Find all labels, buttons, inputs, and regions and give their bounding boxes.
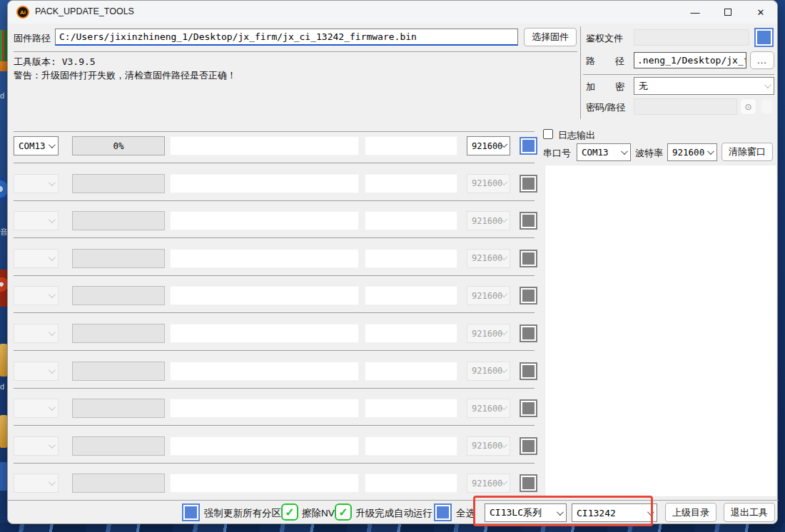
- status-field[interactable]: [170, 399, 359, 418]
- baud-value: 921600: [472, 404, 502, 414]
- info-field[interactable]: [365, 474, 457, 493]
- exit-tool-button[interactable]: 退出工具: [724, 503, 775, 522]
- baud-select[interactable]: 921600: [467, 174, 510, 193]
- baud-select[interactable]: 921600: [467, 211, 510, 230]
- path-label: 路 径: [586, 55, 624, 68]
- status-field[interactable]: [170, 174, 359, 193]
- force-update-checkbox[interactable]: [182, 503, 200, 521]
- status-field[interactable]: [170, 362, 359, 381]
- com-row: 921600: [8, 362, 550, 399]
- select-all-checkbox[interactable]: [434, 503, 452, 521]
- progress-bar: [72, 249, 165, 268]
- log-output-checkbox[interactable]: [543, 129, 553, 139]
- com-port-select[interactable]: [14, 436, 59, 456]
- status-field[interactable]: [170, 436, 359, 456]
- info-field[interactable]: [365, 399, 457, 418]
- checkbox-fill: [522, 402, 535, 414]
- checkbox-fill: [522, 178, 535, 190]
- com-port-select[interactable]: [14, 324, 59, 343]
- baud-select[interactable]: 921600: [467, 136, 510, 155]
- com-port-select[interactable]: [14, 249, 59, 268]
- password-mini-box[interactable]: [761, 99, 773, 114]
- com-port-select[interactable]: [14, 286, 59, 305]
- info-field[interactable]: [365, 324, 457, 343]
- baud-rate-select[interactable]: 921600: [667, 143, 717, 161]
- chevron-down-icon: [49, 367, 56, 374]
- baud-select[interactable]: 921600: [467, 399, 510, 418]
- row-enable-checkbox[interactable]: [520, 137, 537, 155]
- com-port-select[interactable]: [14, 474, 59, 493]
- progress-bar: [72, 174, 165, 193]
- chevron-down-icon: [502, 180, 508, 185]
- row-enable-checkbox[interactable]: [520, 362, 537, 380]
- clear-window-button[interactable]: 清除窗口: [721, 143, 773, 161]
- baud-select[interactable]: 921600: [467, 249, 510, 268]
- row-enable-checkbox[interactable]: [520, 324, 537, 342]
- auth-path-input[interactable]: .neng_1/Desktop/jx_firm: [634, 52, 746, 68]
- chevron-down-icon: [49, 329, 56, 336]
- serial-port-value: COM13: [582, 147, 609, 158]
- checkbox-fill: [185, 506, 197, 518]
- encrypt-select[interactable]: 无: [634, 77, 774, 95]
- status-field[interactable]: [170, 211, 359, 230]
- target-button[interactable]: ⊙: [740, 98, 756, 115]
- log-output-area[interactable]: [545, 165, 777, 497]
- info-field[interactable]: [365, 436, 457, 456]
- baud-select[interactable]: 921600: [467, 286, 510, 305]
- com-port-select[interactable]: [14, 174, 59, 193]
- maximize-button[interactable]: [711, 1, 744, 24]
- row-enable-checkbox[interactable]: [520, 399, 537, 417]
- info-field[interactable]: [365, 174, 457, 193]
- row-enable-checkbox[interactable]: [520, 250, 537, 267]
- minimize-button[interactable]: —: [679, 1, 711, 24]
- model-select[interactable]: CI13242: [572, 503, 657, 522]
- close-button[interactable]: ✕: [744, 1, 777, 24]
- com-port-select[interactable]: COM13: [14, 136, 59, 155]
- erase-nv-checkbox[interactable]: ✓: [281, 503, 298, 521]
- com-port-select[interactable]: [14, 362, 59, 381]
- info-field[interactable]: [365, 249, 457, 268]
- select-firmware-button[interactable]: 选择固件: [524, 28, 577, 46]
- chevron-down-icon: [707, 148, 714, 155]
- series-select[interactable]: CI13LC系列: [485, 503, 567, 522]
- checkbox-fill: [522, 440, 535, 452]
- info-field[interactable]: [365, 136, 457, 155]
- baud-select[interactable]: 921600: [467, 324, 510, 343]
- com-port-select[interactable]: [14, 211, 59, 230]
- row-enable-checkbox[interactable]: [520, 287, 537, 305]
- serial-port-select[interactable]: COM13: [577, 143, 631, 161]
- divider: [14, 388, 535, 389]
- auto-run-checkbox[interactable]: ✓: [335, 503, 352, 521]
- auth-file-checkbox[interactable]: [754, 28, 774, 47]
- row-enable-checkbox[interactable]: [520, 175, 537, 193]
- chevron-down-icon: [49, 216, 56, 223]
- status-field[interactable]: [170, 474, 359, 493]
- title-bar[interactable]: Ai PACK_UPDATE_TOOLS — ✕: [8, 1, 777, 24]
- baud-select[interactable]: 921600: [467, 362, 510, 381]
- baud-value: 921600: [472, 253, 502, 263]
- com-port-select[interactable]: [14, 399, 59, 418]
- row-enable-checkbox[interactable]: [520, 474, 537, 492]
- info-field[interactable]: [365, 286, 457, 305]
- divider: [14, 425, 535, 426]
- info-field[interactable]: [365, 362, 457, 381]
- chevron-down-icon: [647, 508, 654, 516]
- firmware-path-input[interactable]: C:/Users/jixinzhineng_1/Desktop/jx_firm/…: [55, 29, 518, 46]
- chevron-down-icon: [764, 81, 771, 88]
- status-field[interactable]: [170, 324, 359, 343]
- row-enable-checkbox[interactable]: [520, 437, 537, 455]
- divider: [14, 312, 535, 313]
- baud-select[interactable]: 921600: [467, 474, 510, 493]
- status-field[interactable]: [170, 136, 359, 155]
- browse-button[interactable]: ...: [750, 51, 774, 69]
- checkbox-fill: [522, 365, 535, 377]
- baud-select[interactable]: 921600: [467, 436, 510, 456]
- status-field[interactable]: [170, 249, 359, 268]
- info-field[interactable]: [365, 211, 457, 230]
- baud-value: 921600: [472, 479, 502, 488]
- maximize-icon: [724, 9, 731, 16]
- row-enable-checkbox[interactable]: [520, 212, 537, 230]
- status-field[interactable]: [170, 286, 359, 305]
- divider: [14, 463, 535, 464]
- parent-directory-button[interactable]: 上级目录: [665, 503, 716, 522]
